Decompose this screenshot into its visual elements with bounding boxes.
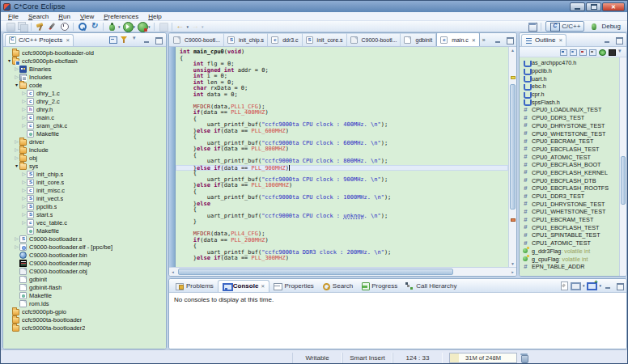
tree-item[interactable]: ▷init_core.s xyxy=(3,178,166,186)
console-tab-properties[interactable]: Properties xyxy=(269,280,317,292)
back-button[interactable]: ▾ xyxy=(175,21,190,32)
editor-tab-c9000-bootl-[interactable]: C9000-bootl... xyxy=(347,33,401,46)
tab-outline[interactable]: Outline ✕ xyxy=(521,34,566,46)
view-menu-icon[interactable]: ▾ xyxy=(617,49,624,56)
tree-item[interactable]: Makefile xyxy=(3,226,166,235)
expander-icon[interactable]: ▷ xyxy=(21,113,27,121)
menu-file[interactable]: File xyxy=(3,13,23,20)
tree-item[interactable]: ▾ccfc9000pb-ebcflash xyxy=(3,57,166,65)
expander-icon[interactable]: ▷ xyxy=(14,243,19,251)
outline-item[interactable]: ebc.h xyxy=(522,83,619,91)
code-line[interactable]: int data = 0; xyxy=(176,92,508,99)
code-line[interactable]: }else xyxy=(176,201,508,208)
tree-item[interactable]: ▷C9000-bootloader.elf - [ppc/be] xyxy=(3,243,166,251)
debug-button[interactable]: ▾ xyxy=(106,21,121,32)
filter-icon[interactable] xyxy=(120,36,129,44)
expander-icon[interactable]: ▷ xyxy=(21,170,27,178)
tree-item[interactable]: ▷vec_table.c xyxy=(3,218,166,226)
filters-icon[interactable] xyxy=(608,49,616,56)
outline-item[interactable]: as_archppc470.h xyxy=(522,59,619,67)
editor-tab-gdbinit[interactable]: gdbinit xyxy=(401,33,436,46)
horizontal-scroll-thumb[interactable] xyxy=(178,269,453,275)
dropdown-arrow-icon[interactable]: ▾ xyxy=(134,24,136,29)
menu-run[interactable]: Run xyxy=(53,13,75,20)
open-perspective-button[interactable] xyxy=(526,21,538,32)
outline-item[interactable]: CPU0_EBCFLASH_ROOTFS xyxy=(522,184,619,193)
maximize-view-icon[interactable] xyxy=(505,36,514,44)
tree-item[interactable]: ccfc9000pb-bootloader-old xyxy=(3,49,166,57)
outline-item[interactable]: CPU0_LOADLINUX_TEST xyxy=(522,106,619,114)
console-tab-console[interactable]: Console✕ xyxy=(218,280,270,292)
title-bar[interactable]: C*Core Eclipse ✕ xyxy=(1,1,627,12)
outline-item[interactable]: CPU0_EBCFLASH_KERNEL xyxy=(522,169,619,177)
code-line[interactable]: if(data == PLL_200MHZ) xyxy=(176,238,508,244)
dropdown-arrow-icon[interactable]: ▾ xyxy=(187,24,189,29)
scroll-down-arrow-icon[interactable]: ▼ xyxy=(509,260,516,267)
tree-item[interactable]: ▷dhry_2.c xyxy=(3,97,166,105)
annotation-ruler[interactable] xyxy=(169,47,176,267)
vertical-scroll-thumb[interactable] xyxy=(510,84,516,210)
maximize-icon[interactable] xyxy=(154,36,163,44)
tree-item[interactable]: gdbinit xyxy=(3,275,166,283)
code-line[interactable]: }else if(data == PLL_300MHZ) xyxy=(176,256,508,262)
outline-item[interactable]: CPU1_EBCRAM_TEST xyxy=(522,216,619,224)
annotation-marker-spelling[interactable] xyxy=(511,218,516,222)
code-line[interactable]: }else if(data == PLL_900MHZ) xyxy=(176,165,508,171)
annotation-marker[interactable] xyxy=(511,76,516,79)
minimize-view-icon[interactable] xyxy=(603,36,612,44)
console-tab-problems[interactable]: Problems xyxy=(172,280,218,292)
scroll-left-arrow-icon[interactable]: ◂ xyxy=(169,268,176,276)
code-line[interactable]: } xyxy=(176,219,508,226)
outline-item[interactable]: CPU1_DHRYSTONE_TEST xyxy=(522,200,619,208)
dropdown-arrow-icon[interactable]: ▾ xyxy=(118,24,121,29)
editor-tab-init-core-s[interactable]: init_core.s xyxy=(303,33,347,46)
expander-icon[interactable]: ▷ xyxy=(21,218,27,226)
tree-item[interactable]: ▷obj xyxy=(3,154,166,162)
hide-static-icon[interactable] xyxy=(579,49,587,56)
outline-item[interactable]: g_ddr3Flag : volatile int xyxy=(522,248,619,256)
tree-item[interactable]: ▷C9000-bootloader.s xyxy=(3,235,166,243)
outline-item[interactable]: g_cpuFlag : volatile int xyxy=(522,255,619,263)
expander-icon[interactable]: ▷ xyxy=(21,105,27,113)
tree-item[interactable]: ▾sys xyxy=(3,162,166,170)
tree-item[interactable]: Makefile xyxy=(3,129,166,138)
dropdown-arrow-icon[interactable]: ▾ xyxy=(148,24,151,29)
tree-item[interactable]: ccfc9000ta-bootloader xyxy=(3,315,166,324)
tree-item[interactable]: ▷init_vect.s xyxy=(3,194,166,202)
build-button[interactable] xyxy=(34,21,46,32)
outline-item[interactable]: CPU1_SPINTABLE_TEST xyxy=(522,231,619,239)
tree-item[interactable]: ▷Includes xyxy=(3,73,166,81)
tree-item[interactable]: ccfc9000pb-gpio xyxy=(3,307,166,315)
tree-item[interactable]: C9000-bootloader.obj xyxy=(3,267,166,275)
tree-item[interactable]: ▷dhry_1.c xyxy=(3,89,166,97)
sort-icon[interactable] xyxy=(559,49,567,56)
tree-item[interactable]: C9000-bootloader.map xyxy=(3,259,166,267)
outline-item[interactable]: CPU0_EBCFLASH_BOOT xyxy=(522,161,619,169)
link-with-editor-icon[interactable] xyxy=(598,49,606,56)
tab-cpp-projects[interactable]: C/C++ Projects ✕ xyxy=(5,34,74,46)
menu-help[interactable]: Help xyxy=(143,13,166,20)
code-line[interactable]: }else if(data == PLL_1000MHZ) xyxy=(176,183,508,189)
clear-console-icon[interactable] xyxy=(559,281,568,290)
expander-icon[interactable]: ▾ xyxy=(6,57,12,65)
expander-icon[interactable]: ▷ xyxy=(14,65,19,73)
menu-preferences[interactable]: Preferences xyxy=(99,13,143,20)
perspective-debug-button[interactable]: Debug xyxy=(586,21,624,32)
editor-tab-init-chip-s[interactable]: init_chip.s xyxy=(224,33,268,46)
run-garbage-collector-button[interactable] xyxy=(520,353,528,362)
horizontal-scrollbar[interactable]: ◂ ▸ xyxy=(169,267,516,276)
outline-item[interactable]: uart.h xyxy=(522,74,619,83)
code-line[interactable]: }else if(data == PLL_600MHZ) xyxy=(176,129,508,135)
expander-icon[interactable]: ▷ xyxy=(21,202,27,210)
tree-item[interactable]: C9000-bootloader.bin xyxy=(3,251,166,259)
outline-item[interactable]: spsFlash.h xyxy=(522,98,619,106)
collapse-all-icon[interactable] xyxy=(108,36,117,44)
scroll-up-arrow-icon[interactable]: ▲ xyxy=(509,47,516,53)
outline-item[interactable]: CPU0_DHRYSTONE_TEST xyxy=(522,122,619,130)
maximize-view-icon[interactable] xyxy=(614,36,623,44)
editor-tab-c9000-bootl-[interactable]: C9000-bootl... xyxy=(170,33,224,46)
tree-item[interactable]: ▷include xyxy=(3,146,166,154)
dropdown-arrow-icon[interactable]: ▾ xyxy=(599,283,601,288)
scroll-right-arrow-icon[interactable]: ▸ xyxy=(509,268,516,276)
expander-icon[interactable]: ▷ xyxy=(14,235,19,243)
